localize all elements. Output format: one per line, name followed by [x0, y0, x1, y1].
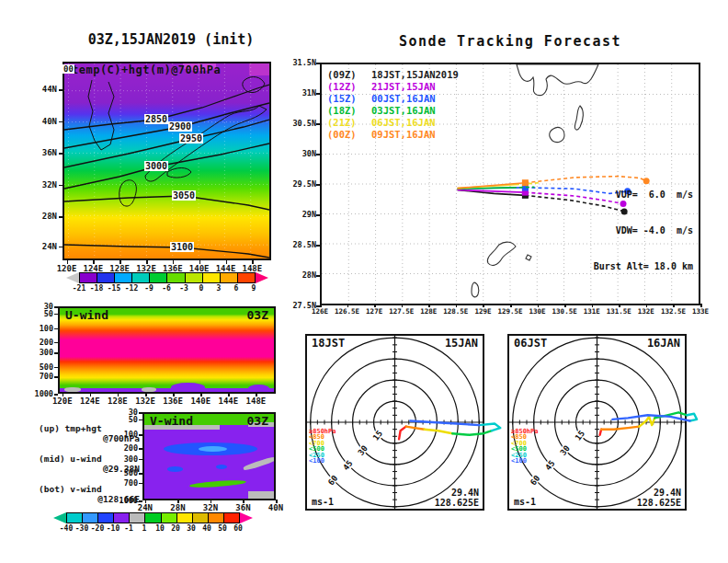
tick-mark	[145, 500, 147, 503]
tick-mark	[316, 184, 320, 186]
tick-mark	[139, 448, 142, 450]
hodo-unit-label: ms-1	[514, 497, 536, 507]
hodograph-svg: 15304560	[307, 336, 483, 509]
calm-patch	[64, 387, 82, 392]
legend-entry: (15Z)00JST,16JAN	[327, 93, 459, 105]
tick-mark	[139, 500, 142, 502]
legend-jst-time: 03JST,16JAN	[371, 105, 436, 116]
colorbar-segment	[83, 513, 98, 523]
negative-blob	[216, 465, 228, 469]
colorbar-body	[66, 512, 240, 523]
tick-label: 44N	[22, 85, 57, 94]
tick-label: 136E	[163, 264, 183, 273]
hodo-date-label: 15JAN	[445, 337, 478, 350]
tick-mark	[402, 304, 404, 307]
hodo-lat-label: 29.4N	[435, 488, 479, 498]
legend-utc-time: (09Z)	[327, 69, 371, 81]
legend-utc-time: (12Z)	[327, 81, 371, 93]
tick-label: 32N	[22, 180, 57, 190]
tick-label: 700	[103, 478, 138, 488]
colorbar-segment	[67, 513, 83, 523]
legend-entry: (00Z)09JST,16JAN	[327, 129, 459, 141]
legend-utc-time: (15Z)	[327, 93, 371, 105]
calm-patch	[248, 491, 274, 499]
colorbar-label: -9	[144, 284, 154, 293]
island-coastline	[487, 242, 516, 265]
tick-mark	[59, 153, 63, 155]
tick-mark	[139, 473, 142, 475]
tick-mark	[54, 367, 58, 369]
v-wind-label: V-wind	[150, 414, 193, 428]
colorbar-label: -15	[108, 284, 120, 293]
colorbar-label: 40	[202, 524, 211, 533]
tick-label: 36N	[235, 503, 250, 512]
hodo-pressure-legend: ≥850hPa<850<700<500<250<100	[309, 429, 336, 464]
legend-entry: (12Z)21JST,15JAN	[327, 81, 459, 93]
colorbar-label: 50	[218, 524, 227, 533]
calm-patch	[142, 387, 156, 392]
tick-mark	[316, 63, 320, 64]
tick-label: 132E	[135, 396, 155, 406]
forecast-figure: { "chart_data": [ { "id": "temp_hgt_map"…	[0, 0, 728, 563]
colorbar-left-arrow	[66, 272, 79, 283]
tick-mark	[510, 304, 512, 307]
colorbar-segment	[162, 513, 177, 523]
tick-label: 131.5E	[607, 307, 631, 316]
colorbar-segment	[150, 273, 167, 282]
tick-mark	[673, 304, 675, 307]
coastline	[167, 168, 191, 178]
tick-mark	[316, 154, 320, 155]
tick-mark	[59, 89, 63, 91]
sonde-annotations: VUP= 6.0 m/s VDW= -4.0 m/s Burst Alt= 18…	[594, 165, 693, 296]
tick-label: 700	[18, 372, 53, 381]
tick-mark	[347, 304, 349, 307]
wind-trace-segment	[639, 417, 654, 427]
tick-mark	[228, 393, 230, 396]
tick-mark	[483, 304, 484, 307]
colorbar-segment	[224, 513, 239, 523]
colorbar-segment	[177, 513, 193, 523]
tick-mark	[59, 121, 63, 123]
tick-mark	[252, 260, 254, 264]
ring-speed-label: 15	[371, 429, 385, 442]
tick-mark	[139, 419, 142, 421]
wind-trace-segment	[452, 431, 492, 435]
temp-hgt-map: 00 temp(C)+hgt(m)@700hPa 285029002950300…	[63, 62, 271, 260]
tick-mark	[316, 123, 320, 125]
tick-mark	[173, 393, 175, 396]
tick-label: 132E	[136, 264, 156, 273]
legend-jst-time: 18JST,15JAN2019	[371, 69, 459, 80]
tick-label: 127.5E	[389, 307, 414, 316]
tick-mark	[428, 304, 430, 307]
tick-label: 120E	[52, 396, 73, 406]
tick-label: 40N	[22, 117, 57, 126]
tick-label: 40N	[268, 503, 283, 512]
wind-colorbar: -40-30-20-10-11102030405060	[53, 512, 253, 523]
colorbar-label: -12	[125, 284, 138, 293]
tick-mark	[118, 393, 119, 396]
tick-mark	[67, 260, 69, 264]
colorbar-label: 3	[217, 284, 222, 293]
wind-trace-segment	[425, 430, 453, 434]
map-title: 03Z,15JAN2019 (init)	[37, 31, 305, 48]
colorbar-label: 30	[187, 524, 196, 533]
tick-label: 120E	[57, 264, 77, 273]
colorbar-segment	[132, 273, 150, 282]
hodo-lon-label: 128.625E	[637, 498, 681, 508]
tick-mark	[54, 314, 58, 316]
tick-label: 144E	[216, 264, 236, 273]
tick-label: 50	[18, 309, 53, 318]
trajectory-square-marker	[522, 179, 529, 186]
annotation-burst-alt: Burst Alt= 18.0 km	[594, 260, 693, 272]
tick-mark	[374, 304, 376, 307]
hodo-time-label: 18JST	[312, 337, 345, 350]
u-wind-section: U-wind 03Z	[58, 306, 276, 394]
negative-wind-blob	[171, 383, 205, 392]
tick-label: 28.5N	[281, 240, 316, 249]
tick-label: 124E	[84, 264, 104, 273]
tick-label: 300	[103, 454, 138, 464]
tick-mark	[316, 93, 320, 95]
tick-label: 200	[18, 338, 53, 347]
tick-label: 140E	[190, 396, 210, 406]
contour-label: 3000	[144, 161, 168, 171]
